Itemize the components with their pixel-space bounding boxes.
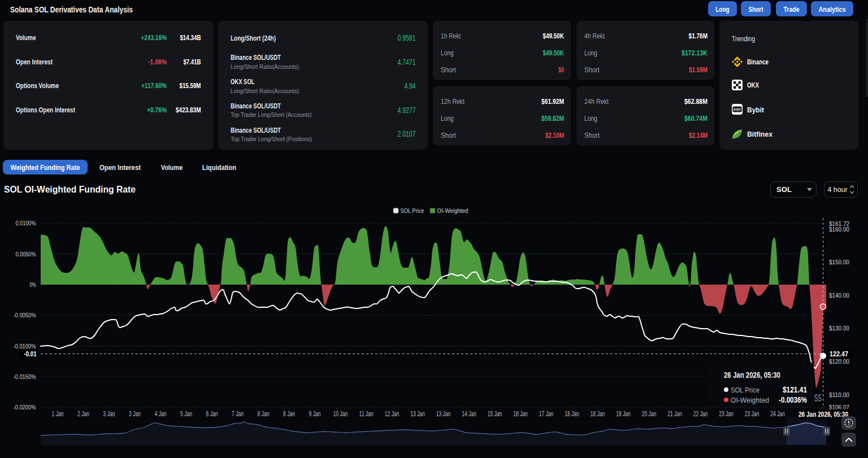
svg-text:14 Jan: 14 Jan — [462, 410, 476, 418]
svg-text:22 Jan: 22 Jan — [693, 410, 708, 418]
svg-text:Options Volume: Options Volume — [16, 81, 59, 90]
svg-text:3 Jan: 3 Jan — [129, 410, 141, 418]
svg-text:Trending: Trending — [732, 34, 755, 43]
svg-text:Long/Short Ratio(Accounts): Long/Short Ratio(Accounts) — [231, 88, 299, 94]
svg-text:$62.88M: $62.88M — [684, 97, 708, 106]
svg-text:-0.0050%: -0.0050% — [14, 312, 36, 319]
svg-text:SOL Price: SOL Price — [401, 207, 424, 214]
svg-text:19 Jan: 19 Jan — [616, 410, 631, 418]
svg-text:$1.59M: $1.59M — [689, 66, 708, 74]
svg-text:Liquidation: Liquidation — [202, 163, 236, 172]
svg-text:$49.50K: $49.50K — [542, 49, 564, 57]
svg-text:$130.00: $130.00 — [829, 325, 849, 331]
svg-text:12h Rekt: 12h Rekt — [441, 97, 465, 106]
svg-text:0.0050%: 0.0050% — [16, 251, 36, 258]
svg-text:$2.10M: $2.10M — [545, 131, 564, 139]
svg-text:18 Jan: 18 Jan — [565, 410, 579, 418]
svg-text:Bitfinex: Bitfinex — [747, 130, 772, 138]
svg-text:1 Jan: 1 Jan — [52, 410, 64, 418]
svg-text:Long/Short (24h): Long/Short (24h) — [231, 34, 276, 42]
svg-text:$15.59M: $15.59M — [180, 81, 201, 90]
svg-text:Long: Long — [584, 114, 597, 123]
svg-text:16 Jan: 16 Jan — [513, 410, 528, 418]
svg-text:-0.0036%: -0.0036% — [779, 395, 807, 404]
svg-text:Bybit: Bybit — [747, 106, 764, 114]
svg-text:Long: Long — [584, 49, 597, 57]
svg-text:0.0100%: 0.0100% — [16, 220, 36, 226]
svg-text:Solana SOL Derivatives Data An: Solana SOL Derivatives Data Analysis — [10, 5, 133, 14]
svg-text:23 Jan: 23 Jan — [745, 410, 760, 418]
svg-text:2 Jan: 2 Jan — [77, 410, 89, 418]
svg-text:$1.76M: $1.76M — [689, 32, 708, 40]
svg-text:Weighted Funding Rate: Weighted Funding Rate — [11, 164, 80, 172]
svg-text:5 Jan: 5 Jan — [180, 410, 192, 418]
svg-text:$423.83M: $423.83M — [176, 106, 201, 114]
svg-text:Options Open Interest: Options Open Interest — [16, 106, 75, 114]
svg-text:26 Jan 2026, 05:30: 26 Jan 2026, 05:30 — [724, 370, 780, 380]
svg-text:$121.41: $121.41 — [783, 385, 807, 394]
svg-text:9 Jan: 9 Jan — [309, 410, 321, 418]
svg-text:Short: Short — [584, 131, 600, 139]
svg-text:4.7471: 4.7471 — [398, 58, 416, 67]
svg-text:SS: SS — [814, 392, 822, 404]
svg-text:6 Jan: 6 Jan — [206, 410, 218, 418]
svg-text:OKX: OKX — [747, 81, 759, 89]
svg-text:10 Jan: 10 Jan — [333, 410, 348, 418]
svg-text:$0: $0 — [558, 66, 564, 74]
svg-text:BYBIT: BYBIT — [734, 108, 741, 111]
svg-text:-0.01: -0.01 — [24, 350, 37, 358]
svg-text:26 Jan 2026, 05:30: 26 Jan 2026, 05:30 — [798, 411, 848, 418]
svg-text:-1.06%: -1.06% — [148, 58, 167, 66]
svg-text:Long: Long — [441, 114, 454, 123]
svg-text:Volume: Volume — [16, 33, 36, 42]
svg-text:8 Jan: 8 Jan — [258, 410, 270, 418]
svg-text:Long/Short Ratio(Accounts): Long/Short Ratio(Accounts) — [231, 63, 299, 70]
svg-text:7 Jan: 7 Jan — [232, 410, 244, 418]
svg-text:+243.16%: +243.16% — [141, 33, 167, 42]
svg-text:24h Rekt: 24h Rekt — [584, 97, 609, 106]
svg-text:2.0107: 2.0107 — [398, 129, 416, 138]
svg-text:23 Jan: 23 Jan — [719, 410, 734, 418]
svg-text:SOL Price: SOL Price — [731, 386, 760, 394]
svg-text:Volume: Volume — [161, 163, 183, 172]
svg-text:0%: 0% — [30, 281, 36, 288]
svg-text:$2.14M: $2.14M — [689, 131, 708, 139]
svg-text:Binance SOL/USDT: Binance SOL/USDT — [231, 53, 281, 62]
svg-text:-0.0150%: -0.0150% — [14, 373, 36, 380]
svg-text:20 Jan: 20 Jan — [642, 410, 657, 418]
svg-text:$160.00: $160.00 — [829, 226, 849, 233]
svg-text:$7.41B: $7.41B — [184, 58, 201, 66]
svg-text:OKX SOL: OKX SOL — [231, 77, 255, 86]
svg-text:122.47: 122.47 — [830, 350, 848, 358]
svg-text:Open Interest: Open Interest — [16, 58, 53, 66]
svg-text:Short: Short — [441, 66, 456, 74]
svg-text:4h Rekt: 4h Rekt — [584, 32, 605, 40]
svg-text:$120.00: $120.00 — [829, 358, 849, 365]
svg-text:Trade: Trade — [784, 5, 800, 14]
svg-text:11 Jan: 11 Jan — [359, 410, 374, 418]
svg-text:Short: Short — [749, 5, 763, 14]
svg-text:13 Jan: 13 Jan — [436, 410, 451, 418]
svg-text:0.9581: 0.9581 — [398, 33, 416, 42]
svg-text:SOL OI-Weighted Funding Rate: SOL OI-Weighted Funding Rate — [4, 184, 136, 195]
svg-text:$60.74M: $60.74M — [684, 114, 708, 123]
svg-text:15 Jan: 15 Jan — [488, 410, 502, 418]
svg-text:Open Interest: Open Interest — [99, 163, 141, 172]
svg-text:$49.50K: $49.50K — [542, 32, 564, 40]
svg-text:$140.00: $140.00 — [829, 292, 849, 299]
svg-text:Long: Long — [715, 5, 730, 14]
svg-text:Binance: Binance — [747, 58, 769, 66]
svg-text:SOL: SOL — [776, 185, 792, 194]
svg-text:21 Jan: 21 Jan — [667, 410, 682, 418]
svg-text:12 Jan: 12 Jan — [385, 410, 400, 418]
svg-text:-0.0100%: -0.0100% — [14, 343, 36, 350]
svg-text:4 Jan: 4 Jan — [155, 410, 167, 418]
svg-text:$61.92M: $61.92M — [541, 97, 564, 106]
svg-text:OI-Weighted: OI-Weighted — [437, 207, 468, 214]
svg-text:3 Jan: 3 Jan — [103, 410, 115, 418]
svg-text:-0.0200%: -0.0200% — [14, 404, 36, 411]
svg-text:Short: Short — [584, 66, 600, 74]
svg-text:Top Trader Long/Short (Positio: Top Trader Long/Short (Positions) — [231, 136, 312, 142]
svg-text:Analytics: Analytics — [819, 5, 846, 14]
svg-text:Top Trader Long/Short (Account: Top Trader Long/Short (Accounts) — [231, 111, 312, 118]
